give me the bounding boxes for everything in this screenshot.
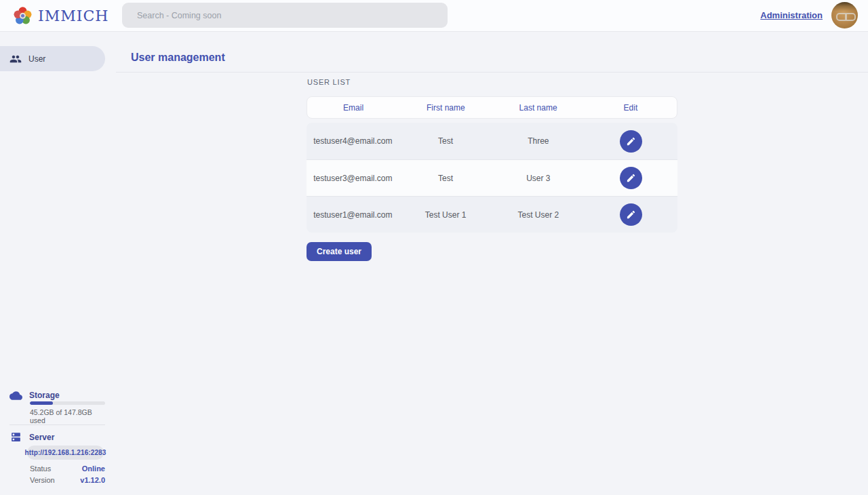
cell-email: testuser3@email.com [307, 174, 399, 183]
edit-user-button[interactable] [620, 130, 642, 153]
main-content: User management USER LIST Email First na… [105, 32, 868, 495]
sidebar-item-user-label: User [28, 54, 45, 64]
cell-first-name: Test User 1 [399, 210, 492, 220]
user-table: testuser4@email.com Test Three testuser3… [307, 123, 677, 233]
status-label: Status [30, 464, 51, 473]
sidebar-item-user[interactable]: User [0, 46, 105, 71]
table-header-row: Email First name Last name Edit [307, 96, 677, 119]
status-value: Online [82, 464, 105, 473]
pencil-icon [626, 210, 636, 220]
page-title: User management [131, 52, 225, 64]
cell-first-name: Test [399, 136, 492, 146]
column-header-edit: Edit [585, 103, 677, 113]
top-header: IMMICH Administration [0, 0, 868, 32]
cell-last-name: Test User 2 [492, 210, 585, 220]
server-url: http://192.168.1.216:2283 [25, 449, 106, 456]
section-label: USER LIST [307, 78, 351, 86]
cloud-icon [9, 389, 22, 402]
cell-email: testuser4@email.com [307, 136, 399, 146]
server-icon [10, 431, 22, 443]
server-title: Server [29, 433, 54, 442]
people-icon [9, 53, 22, 65]
administration-link[interactable]: Administration [760, 10, 823, 20]
edit-user-button[interactable] [620, 167, 642, 189]
sidebar-divider [9, 424, 105, 425]
immich-logo[interactable]: IMMICH [12, 5, 108, 27]
storage-progress-bar [30, 401, 105, 405]
immich-flower-icon [12, 5, 33, 26]
cell-last-name: User 3 [492, 174, 585, 183]
version-label: Version [30, 476, 55, 484]
cell-last-name: Three [492, 136, 585, 146]
column-header-last-name: Last name [492, 103, 585, 113]
storage-title: Storage [29, 391, 60, 400]
column-header-first-name: First name [399, 103, 492, 113]
table-row: testuser3@email.com Test User 3 [307, 159, 677, 196]
table-row: testuser1@email.com Test User 1 Test Use… [307, 196, 677, 233]
pencil-icon [626, 173, 636, 183]
cell-email: testuser1@email.com [307, 210, 399, 220]
version-value: v1.12.0 [80, 476, 105, 484]
logo-wordmark: IMMICH [38, 7, 108, 24]
sidebar: User Storage 45.2GB of 147.8GB used Serv… [0, 32, 105, 495]
search-input[interactable] [122, 3, 448, 28]
column-header-email: Email [307, 103, 399, 113]
table-row: testuser4@email.com Test Three [307, 123, 677, 159]
server-status-row: Status Online [30, 464, 105, 473]
title-divider [116, 72, 868, 73]
edit-user-button[interactable] [620, 203, 642, 226]
cell-first-name: Test [399, 174, 492, 183]
user-avatar[interactable] [831, 2, 858, 28]
create-user-button[interactable]: Create user [307, 242, 372, 261]
storage-progress-fill [30, 401, 53, 405]
server-version-row: Version v1.12.0 [30, 475, 105, 484]
server-url-badge: http://192.168.1.216:2283 [27, 446, 104, 460]
storage-usage-text: 45.2GB of 147.8GB used [30, 408, 105, 424]
pencil-icon [626, 136, 636, 146]
